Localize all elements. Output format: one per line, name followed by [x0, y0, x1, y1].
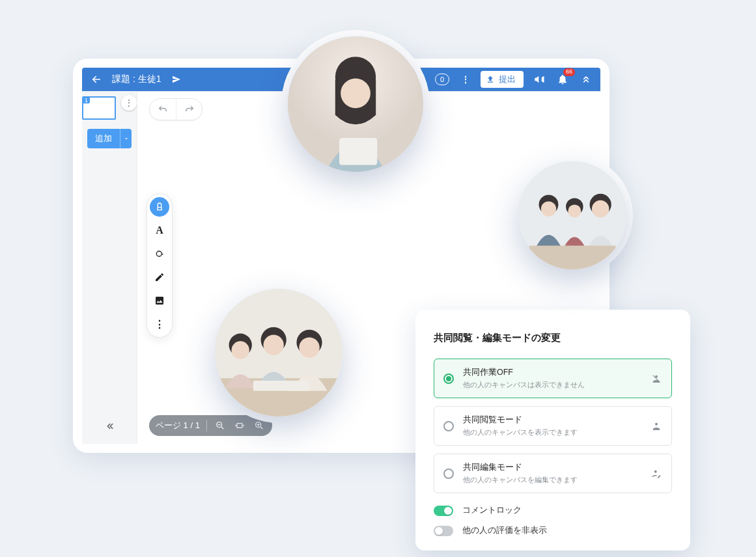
- svg-rect-27: [253, 381, 309, 391]
- tool-image[interactable]: [150, 291, 169, 310]
- photo-bubble: [288, 36, 423, 172]
- svg-point-5: [655, 422, 658, 425]
- svg-point-15: [568, 204, 581, 217]
- svg-point-9: [341, 78, 371, 108]
- svg-point-17: [592, 200, 609, 218]
- tool-select[interactable]: [150, 197, 169, 217]
- undo-redo: [149, 98, 203, 120]
- redo-button[interactable]: [176, 99, 202, 120]
- person-edit-icon: [651, 469, 662, 479]
- svg-rect-10: [339, 138, 377, 165]
- tool-shape[interactable]: [150, 244, 169, 264]
- photo-bubble: [518, 161, 626, 269]
- back-icon[interactable]: [89, 72, 104, 87]
- svg-point-6: [654, 470, 657, 472]
- thumbnail-more-icon[interactable]: ⋮: [121, 95, 137, 111]
- tool-more-icon[interactable]: ⋮: [150, 314, 169, 334]
- like-count: 0: [435, 74, 449, 85]
- collapse-sidebar-icon[interactable]: [99, 416, 120, 439]
- page-sidebar: 1 ⋮ 追加: [82, 91, 137, 444]
- toggle-hide-others-rating[interactable]: [434, 526, 453, 536]
- svg-point-26: [299, 337, 319, 357]
- notification-badge: 66: [563, 68, 576, 77]
- page-number: 1: [83, 97, 90, 103]
- mode-option-off[interactable]: 共同作業OFF 他の人のキャンバスは表示できません: [434, 359, 672, 398]
- person-view-icon: [651, 421, 662, 431]
- toggle-comment-lock[interactable]: [434, 506, 453, 516]
- submit-label: 提出: [499, 74, 516, 85]
- svg-point-24: [263, 335, 283, 355]
- modal-title: 共同閲覧・編集モードの変更: [434, 332, 672, 344]
- collapse-up-icon[interactable]: [578, 72, 594, 87]
- svg-point-13: [541, 201, 556, 216]
- zoom-out-icon[interactable]: [214, 420, 227, 431]
- undo-button[interactable]: [150, 99, 176, 120]
- zoom-in-icon[interactable]: [253, 420, 266, 431]
- add-page-dropdown[interactable]: [120, 129, 132, 148]
- person-off-icon: [651, 374, 662, 384]
- footer-toolbar: ページ 1 / 1: [149, 415, 272, 436]
- mode-option-view[interactable]: 共同閲覧モード 他の人のキャンバスを表示できます: [434, 406, 672, 446]
- radio-icon: [443, 374, 454, 384]
- page-thumbnail[interactable]: 1: [82, 96, 116, 120]
- submit-button[interactable]: 提出: [481, 71, 524, 88]
- page-indicator: ページ 1 / 1: [156, 420, 200, 431]
- radio-icon: [443, 421, 454, 431]
- megaphone-icon[interactable]: [531, 72, 547, 87]
- svg-point-0: [156, 251, 161, 256]
- photo-bubble: [215, 289, 343, 416]
- share-icon[interactable]: [169, 72, 184, 87]
- page-title: 課題 : 生徒1: [112, 74, 161, 85]
- mode-option-edit[interactable]: 共同編集モード 他の人のキャンバスを編集できます: [434, 454, 672, 493]
- radio-icon: [443, 469, 454, 479]
- tool-rail: A ⋮: [147, 193, 173, 338]
- fit-screen-icon[interactable]: [233, 420, 246, 431]
- tool-text[interactable]: A: [150, 221, 169, 240]
- notifications-icon[interactable]: 66: [555, 72, 570, 87]
- more-icon[interactable]: ⋮: [457, 72, 473, 87]
- add-page-button[interactable]: 追加: [87, 129, 120, 148]
- tool-pen[interactable]: [150, 267, 169, 287]
- svg-point-22: [231, 341, 249, 359]
- svg-rect-2: [237, 424, 242, 428]
- collaboration-mode-modal: 共同閲覧・編集モードの変更 共同作業OFF 他の人のキャンバスは表示できません …: [415, 310, 690, 550]
